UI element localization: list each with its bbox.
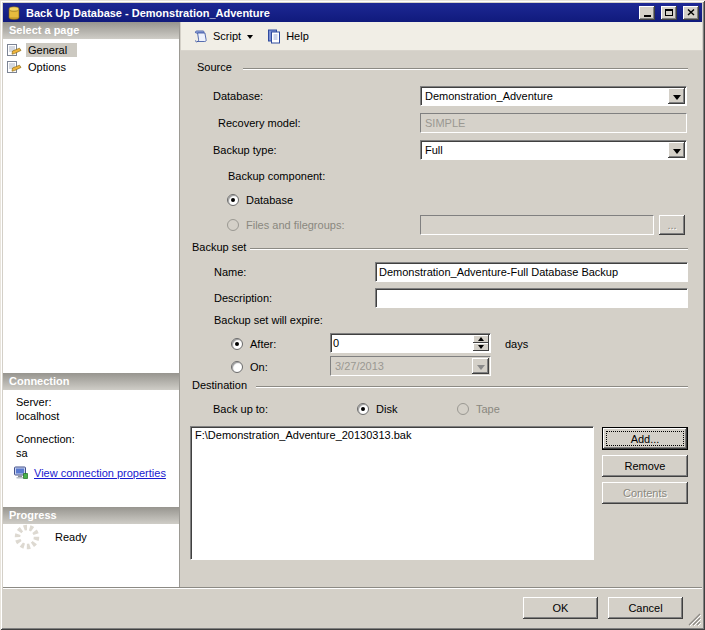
title-bar: Back Up Database - Demonstration_Adventu… xyxy=(3,3,702,22)
footer-divider xyxy=(3,587,702,589)
backup-component-label: Backup component: xyxy=(228,170,325,182)
disk-radio[interactable] xyxy=(357,403,369,415)
expire-date-dropdown-button xyxy=(472,358,489,374)
browse-files-button: ... xyxy=(659,215,685,235)
source-group-title: Source xyxy=(197,61,232,73)
recovery-model-value: SIMPLE xyxy=(425,117,465,129)
expire-date-combobox: 3/27/2013 xyxy=(330,356,491,376)
sidebar: Select a page General Options Connection… xyxy=(3,22,180,587)
database-dropdown-button[interactable] xyxy=(668,88,685,104)
sidebar-item-options[interactable]: Options xyxy=(6,58,76,75)
toolbar: Script Help xyxy=(181,22,702,51)
chevron-down-icon xyxy=(478,345,484,352)
cancel-button[interactable]: Cancel xyxy=(608,597,683,619)
name-input[interactable] xyxy=(379,265,684,279)
files-filegroups-radio xyxy=(227,219,239,231)
backup-set-group-line xyxy=(250,248,688,250)
connection-properties-icon xyxy=(13,465,29,481)
server-value: localhost xyxy=(16,410,59,422)
database-radio-label[interactable]: Database xyxy=(246,194,293,206)
database-icon xyxy=(6,5,22,21)
on-radio-label[interactable]: On: xyxy=(250,361,268,373)
window-title: Back Up Database - Demonstration_Adventu… xyxy=(26,7,633,19)
progress-header: Progress xyxy=(3,507,179,524)
name-label: Name: xyxy=(214,266,246,278)
backup-type-combobox-value: Full xyxy=(425,144,666,156)
after-days-spinner[interactable] xyxy=(330,333,491,353)
backup-set-group-title: Backup set xyxy=(192,241,246,253)
destination-group-line xyxy=(256,386,688,388)
sidebar-item-general[interactable]: General xyxy=(6,41,77,58)
maximize-button[interactable] xyxy=(661,6,677,20)
progress-status: Ready xyxy=(55,531,87,543)
expire-label: Backup set will expire: xyxy=(214,314,323,326)
after-radio[interactable] xyxy=(231,338,243,350)
close-icon xyxy=(687,9,695,16)
contents-button: Contents xyxy=(602,482,688,504)
resize-grip[interactable] xyxy=(688,613,701,626)
add-button[interactable]: Add... xyxy=(602,427,688,450)
connection-header: Connection xyxy=(3,373,179,390)
database-combobox-value: Demonstration_Adventure xyxy=(425,90,666,102)
maximize-icon xyxy=(665,9,673,16)
minimize-button[interactable] xyxy=(639,6,655,20)
backup-database-dialog: Back Up Database - Demonstration_Adventu… xyxy=(0,0,705,630)
page-icon xyxy=(6,42,22,58)
select-a-page-header: Select a page xyxy=(3,22,179,39)
source-group-line xyxy=(243,68,688,70)
on-radio[interactable] xyxy=(231,361,243,373)
minimize-icon xyxy=(644,15,651,17)
spin-up-button[interactable] xyxy=(473,335,489,343)
help-icon xyxy=(266,28,282,44)
destination-file-list[interactable]: F:\Demonstration_Adventure_20130313.bak xyxy=(190,426,594,560)
page-icon xyxy=(6,59,22,75)
database-combobox[interactable]: Demonstration_Adventure xyxy=(420,86,687,106)
main-panel: Source Database: Demonstration_Adventure… xyxy=(181,51,702,587)
chevron-down-icon xyxy=(673,95,681,104)
backup-type-combobox[interactable]: Full xyxy=(420,140,687,160)
view-connection-properties-link[interactable]: View connection properties xyxy=(13,465,166,481)
chevron-up-icon xyxy=(478,334,484,341)
after-days-input[interactable] xyxy=(333,336,471,350)
backup-file-item[interactable]: F:\Demonstration_Adventure_20130313.bak xyxy=(191,427,593,443)
files-filegroups-radio-label: Files and filegroups: xyxy=(246,219,344,231)
view-connection-properties-label[interactable]: View connection properties xyxy=(34,467,166,479)
chevron-down-icon xyxy=(477,365,485,374)
after-radio-label[interactable]: After: xyxy=(250,338,276,350)
backup-type-dropdown-button[interactable] xyxy=(668,142,685,158)
tape-radio xyxy=(457,403,469,415)
expire-date-value: 3/27/2013 xyxy=(335,360,470,372)
help-label: Help xyxy=(286,30,309,42)
server-label: Server: xyxy=(16,396,51,408)
backup-type-label: Backup type: xyxy=(213,144,277,156)
days-label: days xyxy=(505,338,528,350)
recovery-model-field: SIMPLE xyxy=(420,113,687,133)
spin-down-button[interactable] xyxy=(473,343,489,351)
back-up-to-label: Back up to: xyxy=(213,403,268,415)
connection-value: sa xyxy=(16,447,28,459)
description-label: Description: xyxy=(214,292,272,304)
help-button[interactable]: Help xyxy=(263,26,312,46)
description-field[interactable] xyxy=(375,288,688,308)
description-input[interactable] xyxy=(379,291,684,305)
progress-spinner-icon xyxy=(13,523,41,551)
chevron-down-icon xyxy=(673,149,681,158)
files-filegroups-field xyxy=(420,215,654,235)
script-icon xyxy=(193,28,209,44)
disk-radio-label[interactable]: Disk xyxy=(376,403,397,415)
connection-label: Connection: xyxy=(16,433,75,445)
remove-button[interactable]: Remove xyxy=(602,455,688,477)
name-field[interactable] xyxy=(375,262,688,282)
database-radio[interactable] xyxy=(227,194,239,206)
recovery-model-label: Recovery model: xyxy=(218,117,301,129)
destination-group-title: Destination xyxy=(192,379,247,391)
sidebar-item-label: General xyxy=(26,43,77,57)
script-label: Script xyxy=(213,30,241,42)
script-button[interactable]: Script xyxy=(190,26,258,46)
tape-radio-label: Tape xyxy=(476,403,500,415)
ok-button[interactable]: OK xyxy=(523,597,598,619)
close-button[interactable] xyxy=(683,6,699,20)
database-label: Database: xyxy=(213,90,263,102)
sidebar-item-label: Options xyxy=(26,60,76,74)
script-dropdown-icon[interactable] xyxy=(247,35,253,42)
